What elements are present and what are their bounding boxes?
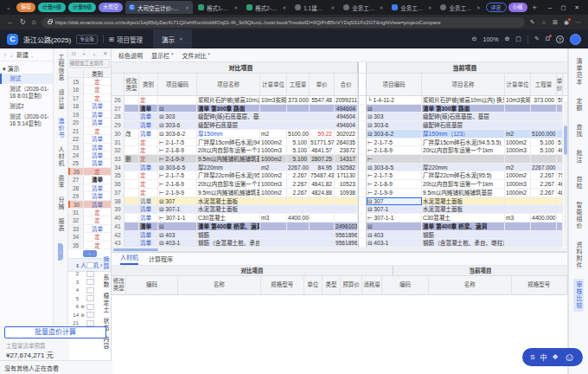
table-row[interactable]: 31定⊢ 2-1-7-5厂拌厚15cm碎石水泥(94.5.5.5)1000m25…	[112, 139, 567, 147]
bottom-tab-人材机[interactable]: 人材机	[120, 252, 138, 265]
right-tab-资料附件[interactable]: 资料附件	[573, 239, 584, 272]
strip-filter-box[interactable]: 级配加工主题背	[69, 59, 110, 68]
tab-group-chip[interactable]: 评定	[486, 3, 507, 12]
sidebar-tab-报表[interactable]: 报表	[56, 218, 65, 232]
toolbar-文件对比[interactable]: 文件对比▾	[182, 51, 211, 60]
horizontal-scrollbar[interactable]	[112, 248, 567, 252]
profile-icon[interactable]: ◉	[564, 19, 569, 26]
browser-tab[interactable]: C大司空云计价-演示✕	[125, 1, 193, 14]
strip-row[interactable]: 28清单	[68, 184, 111, 192]
close-tab-icon[interactable]: ✕	[428, 5, 432, 10]
mini-row[interactable]: 3	[68, 278, 96, 287]
strip-row[interactable]: 19清单	[68, 111, 111, 119]
close-tab-icon[interactable]: ✕	[185, 5, 189, 10]
collapse-handle[interactable]: ‹	[58, 243, 63, 261]
table-row[interactable]: 27清单⊟清单 第300章 路面494604⊟清单 第300章 路面	[112, 105, 567, 113]
sidebar-tab-造价书[interactable]: 造价书	[56, 118, 65, 139]
mini-row[interactable]: 6⊞	[68, 303, 96, 312]
vertical-label-换算[interactable]: 换算	[101, 256, 110, 270]
table-row[interactable]: 36定⊢ 2-1-8-920t以内自卸车运第一个1km1000m32.26746…	[112, 180, 567, 189]
table-row[interactable]: 32定⊢ 2-1-8-920t以内自卸车运第一个1km1000m35.10046…	[112, 146, 567, 155]
scroll-thumb[interactable]	[564, 126, 567, 155]
back-icon[interactable]: ←	[7, 18, 14, 26]
zoom-in-button[interactable]: ⊕	[504, 35, 509, 42]
logo-icon[interactable]: ❖	[553, 353, 559, 361]
vertical-label-稳定土[interactable]: 稳定土	[101, 293, 110, 313]
close-tab-icon[interactable]: ✕	[331, 5, 336, 10]
strip-toolbar-icon[interactable]: ⌄	[93, 50, 97, 56]
mini-row[interactable]: 4	[68, 287, 96, 295]
tab-search-icon[interactable]: ⌄	[3, 4, 14, 11]
toolbar-标色说明[interactable]: 标色说明	[118, 51, 143, 60]
zoom-out-button[interactable]: ⊖	[472, 35, 477, 42]
more-icon[interactable]: ⋯	[575, 19, 581, 26]
expand-icon[interactable]: ⊞	[80, 304, 86, 309]
window-control-restore-icon[interactable]: ▢	[560, 4, 566, 11]
right-tab-智能组价[interactable]: 智能组价	[573, 199, 584, 232]
collapse-button[interactable]: ⌄	[83, 250, 97, 257]
right-tab-自检[interactable]: 自检	[573, 173, 584, 192]
strip-row[interactable]: 25清单	[68, 159, 111, 167]
s-icon[interactable]: S	[530, 353, 534, 361]
sidebar-tab-分摊[interactable]: 分摊	[56, 197, 65, 210]
strip-row[interactable]: 27清单	[68, 176, 111, 184]
tab-group-chip[interactable]: 小组	[508, 3, 527, 12]
table-row[interactable]: 40清单⊢ 307-1-1C30混凝土m34400.000⊢ 307-1-1C3…	[112, 214, 567, 222]
strip-toolbar-icon[interactable]: ✕	[103, 50, 107, 56]
mini-row[interactable]: 2	[68, 270, 96, 279]
project-tree-item[interactable]: 测试	[0, 74, 53, 84]
strip-row[interactable]: 20清单	[68, 119, 111, 126]
smiley-icon[interactable]: ☺	[564, 351, 575, 364]
bottom-tab-计算程序[interactable]: 计算程序	[149, 255, 173, 263]
mini-row[interactable]: 14⊞	[68, 311, 96, 319]
browser-tab[interactable]: 1.1建筑安装工✕	[291, 1, 338, 14]
window-control-close-icon[interactable]: ✕	[575, 4, 579, 11]
tools-pen-icon[interactable]: ✎	[534, 35, 540, 42]
tab-group-chip[interactable]: 大司空	[99, 3, 123, 12]
browser-tab[interactable]: 格式2-工程量✕	[243, 1, 290, 14]
sidebar-tab-设计量[interactable]: 设计量	[56, 89, 65, 110]
close-tab-icon[interactable]: ✕	[233, 5, 238, 10]
app-logo-icon[interactable]: C	[7, 34, 18, 45]
extensions-icon[interactable]: ⊞	[553, 19, 558, 26]
strip-row[interactable]: 17定	[68, 94, 111, 102]
vertical-scrollbar[interactable]	[564, 101, 567, 247]
strip-row[interactable]: 34定	[68, 233, 111, 241]
favorite-star-icon[interactable]: ☆	[541, 19, 546, 26]
strip-row[interactable]: 21定	[68, 127, 111, 135]
table-row[interactable]: 33删定⊢ 2-1-9-99.5m以内摊铺机摊铺筑基层1000m25.10028…	[112, 155, 567, 164]
mini-row[interactable]: 1	[68, 261, 96, 270]
expand-icon[interactable]: ⊞	[80, 313, 86, 318]
project-tree-item[interactable]: 测试2	[0, 101, 53, 112]
strip-row[interactable]: 30清单	[68, 201, 111, 209]
avatar[interactable]	[570, 34, 581, 45]
tab-group-chip[interactable]: 计量A级	[38, 3, 66, 12]
project-manage-button[interactable]: ⊞ 项目管理	[109, 35, 143, 44]
table-row[interactable]: 30改清单⊟ 303-6-2厚150mmm25100.00059.2230202…	[112, 130, 567, 139]
tab-group-chip[interactable]: 计量B级	[68, 3, 96, 12]
window-control-minimize-icon[interactable]: ─	[548, 4, 553, 11]
right-tab-定额[interactable]: 定额	[573, 95, 584, 114]
toolbar-显示栏[interactable]: 显示栏▾	[151, 51, 174, 60]
strip-row[interactable]: 18清单	[68, 102, 111, 110]
strip-toolbar-icon[interactable]: +	[82, 51, 86, 56]
close-tab-icon[interactable]: ✕	[380, 5, 384, 10]
notification-bell-icon[interactable]: Ω	[546, 35, 550, 42]
strip-row[interactable]: 29清单	[68, 192, 111, 200]
strip-row[interactable]: 31定	[68, 209, 111, 216]
table-row[interactable]: 28清单⊟ 303级配碎(砾)石底基层、基层494604⊟ 303级配碎(砾)石…	[112, 113, 567, 121]
refresh-icon[interactable]: ↻	[20, 18, 26, 26]
move-up-icon[interactable]: ↑	[3, 52, 7, 58]
right-tab-清单范本[interactable]: 清单范本	[573, 55, 584, 88]
project-tree-item[interactable]: 测试（2026-01-16 5:14复制）	[0, 112, 53, 129]
browser-tab[interactable]: 业务工作模组✕	[340, 1, 387, 14]
browser-tab[interactable]: 业务工作模组✕	[437, 1, 483, 14]
table-row[interactable]: 35定⊢ 2-1-7-5厂拌厚22cm碎石水泥(95:5)1000m22.267…	[112, 171, 567, 180]
tab-group-chip[interactable]: 保存	[16, 3, 35, 12]
help-icon[interactable]: ?	[556, 35, 564, 43]
table-row[interactable]: 41清单⊟清单 第400章 桥梁、涵洞24961037⊟清单 第400章 桥梁、…	[112, 222, 567, 231]
browser-tab[interactable]: 业务工作模组✕	[388, 1, 435, 14]
mini-row[interactable]: 5	[68, 294, 96, 303]
scroll-thumb[interactable]	[113, 248, 158, 251]
url-bar[interactable]: https://dsk.smartcost.com.cn/subject/1wj…	[42, 17, 525, 28]
